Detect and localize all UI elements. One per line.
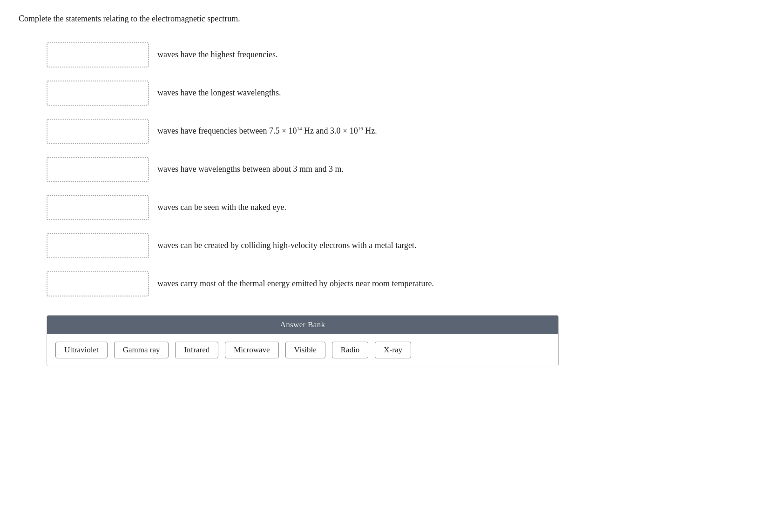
questions-area: waves have the highest frequencies. wave… bbox=[47, 42, 752, 296]
chip-gamma-ray[interactable]: Gamma ray bbox=[114, 342, 169, 358]
question-text-3: waves have frequencies between 7.5 × 101… bbox=[157, 125, 377, 137]
question-text-1: waves have the highest frequencies. bbox=[157, 49, 277, 61]
chip-radio[interactable]: Radio bbox=[332, 342, 369, 358]
question-text-4: waves have wavelengths between about 3 m… bbox=[157, 163, 344, 175]
chip-visible[interactable]: Visible bbox=[285, 342, 325, 358]
drop-box-3[interactable] bbox=[47, 119, 149, 144]
question-row-2: waves have the longest wavelengths. bbox=[47, 81, 752, 106]
drop-box-4[interactable] bbox=[47, 157, 149, 182]
question-text-7: waves carry most of the thermal energy e… bbox=[157, 278, 434, 290]
chip-infrared[interactable]: Infrared bbox=[175, 342, 218, 358]
drop-box-5[interactable] bbox=[47, 195, 149, 220]
drop-box-2[interactable] bbox=[47, 81, 149, 106]
question-row-4: waves have wavelengths between about 3 m… bbox=[47, 157, 752, 182]
question-text-6: waves can be created by colliding high-v… bbox=[157, 240, 416, 251]
chip-ultraviolet[interactable]: Ultraviolet bbox=[55, 342, 108, 358]
question-row-6: waves can be created by colliding high-v… bbox=[47, 233, 752, 258]
chip-xray[interactable]: X-ray bbox=[375, 342, 411, 358]
question-row-3: waves have frequencies between 7.5 × 101… bbox=[47, 119, 752, 144]
instructions: Complete the statements relating to the … bbox=[19, 14, 752, 24]
drop-box-6[interactable] bbox=[47, 233, 149, 258]
question-row-7: waves carry most of the thermal energy e… bbox=[47, 271, 752, 296]
answer-bank-header: Answer Bank bbox=[47, 316, 558, 334]
question-text-2: waves have the longest wavelengths. bbox=[157, 87, 281, 99]
question-row-5: waves can be seen with the naked eye. bbox=[47, 195, 752, 220]
question-text-5: waves can be seen with the naked eye. bbox=[157, 202, 286, 213]
answer-bank-items: Ultraviolet Gamma ray Infrared Microwave… bbox=[47, 334, 558, 366]
chip-microwave[interactable]: Microwave bbox=[225, 342, 278, 358]
drop-box-7[interactable] bbox=[47, 271, 149, 296]
answer-bank: Answer Bank Ultraviolet Gamma ray Infrar… bbox=[47, 315, 559, 366]
question-row-1: waves have the highest frequencies. bbox=[47, 42, 752, 67]
drop-box-1[interactable] bbox=[47, 42, 149, 67]
